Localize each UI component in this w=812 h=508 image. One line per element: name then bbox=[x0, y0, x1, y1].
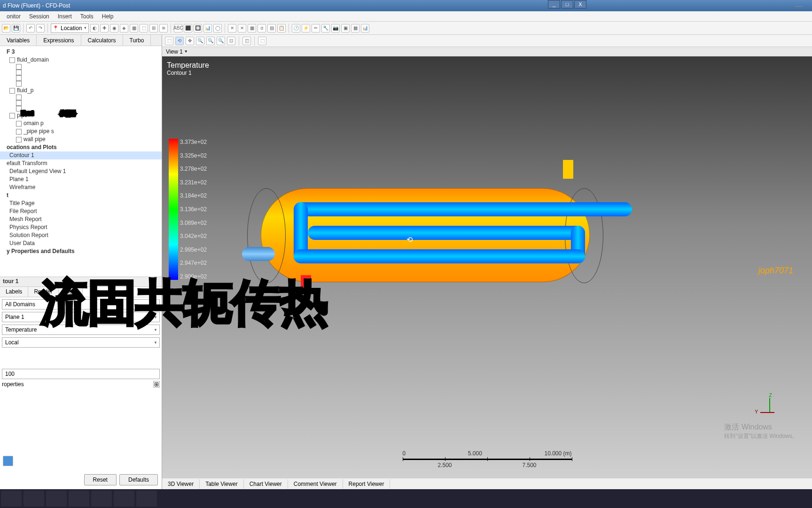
taskbar-item[interactable] bbox=[69, 491, 89, 507]
tool-icon[interactable]: 📋 bbox=[277, 24, 286, 32]
tool-icon[interactable]: ≋ bbox=[159, 24, 168, 32]
tool-icon[interactable]: 🔲 bbox=[194, 24, 202, 32]
contours-field[interactable]: 100 bbox=[2, 369, 160, 379]
view-label[interactable]: View 1 bbox=[162, 47, 812, 56]
windows-activation: 激活 Windows 转到"设置"以激活 Windows。 bbox=[724, 422, 798, 440]
tool-icon[interactable]: ⚡ bbox=[302, 24, 310, 32]
tree-item[interactable] bbox=[0, 64, 162, 70]
tool-icon[interactable]: 📷 bbox=[331, 24, 340, 32]
taskbar-item[interactable] bbox=[46, 491, 67, 507]
tree-default-legend[interactable]: Default Legend View 1 bbox=[0, 167, 162, 175]
tab-table-viewer[interactable]: Table Viewer bbox=[200, 479, 243, 489]
reset-button[interactable]: Reset bbox=[84, 474, 117, 485]
defaults-button[interactable]: Defaults bbox=[119, 474, 158, 485]
outer-minimize-icon[interactable]: — bbox=[795, 2, 803, 10]
undo-icon[interactable]: ↶ bbox=[26, 24, 35, 32]
tab-report-viewer[interactable]: Report Viewer bbox=[343, 479, 390, 489]
tree-mesh-report[interactable]: Mesh Report bbox=[0, 215, 162, 223]
taskbar-item[interactable] bbox=[114, 491, 134, 507]
view-icon[interactable]: ◫ bbox=[242, 37, 251, 45]
tool-icon[interactable]: ◈ bbox=[120, 24, 128, 32]
tool-icon[interactable]: ◉ bbox=[110, 24, 118, 32]
fit-icon[interactable]: ⊡ bbox=[227, 37, 235, 45]
taskbar-item[interactable] bbox=[23, 491, 44, 507]
tab-comment-viewer[interactable]: Comment Viewer bbox=[288, 479, 343, 489]
tree-default-transform[interactable]: efault Transform bbox=[0, 159, 162, 167]
apply-icon[interactable] bbox=[3, 456, 13, 466]
menu-monitor[interactable]: onitor bbox=[3, 12, 24, 21]
color-bar bbox=[169, 139, 178, 280]
tree-solution-report[interactable]: Solution Report bbox=[0, 231, 162, 239]
range-dropdown[interactable]: Local bbox=[2, 337, 160, 348]
rotate-icon[interactable]: ⟲ bbox=[175, 37, 184, 45]
tool-icon[interactable]: ▦ bbox=[351, 24, 359, 32]
tool-icon[interactable]: ▤ bbox=[267, 24, 276, 32]
menu-tools[interactable]: Tools bbox=[77, 12, 97, 21]
legend-subtitle: Contour 1 bbox=[167, 70, 209, 76]
tree-properties-defaults[interactable]: y Properties and Defaults bbox=[0, 247, 162, 255]
tree-title-page[interactable]: Title Page bbox=[0, 199, 162, 207]
tool-icon[interactable]: ✚ bbox=[100, 24, 109, 32]
tab-3d-viewer[interactable]: 3D Viewer bbox=[162, 479, 200, 489]
tree-wireframe[interactable]: Wireframe bbox=[0, 183, 162, 191]
select-icon[interactable]: ⬚ bbox=[165, 37, 173, 45]
legend: Temperature Contour 1 bbox=[167, 61, 209, 76]
taskbar-item[interactable] bbox=[136, 491, 157, 507]
tool-icon[interactable]: ⬛ bbox=[184, 24, 192, 32]
open-icon[interactable]: 📂 bbox=[2, 24, 10, 32]
close-button[interactable]: X bbox=[574, 0, 586, 8]
tool-icon[interactable]: ▣ bbox=[341, 24, 350, 32]
window-titlebar: d Flow (Fluent) - CFD-Post _ □ X — bbox=[0, 0, 812, 11]
menu-help[interactable]: Help bbox=[98, 12, 117, 21]
tool-icon[interactable]: α bbox=[258, 24, 266, 32]
tree-user-data[interactable]: User Data bbox=[0, 239, 162, 247]
zoom-icon[interactable]: 🔍 bbox=[196, 37, 204, 45]
tool-icon[interactable]: ◯ bbox=[213, 24, 222, 32]
tree-wall-pipe[interactable]: wall pipe bbox=[0, 135, 162, 143]
tab-variables[interactable]: Variables bbox=[0, 35, 37, 46]
redo-icon[interactable]: ↷ bbox=[36, 24, 45, 32]
tab-expressions[interactable]: Expressions bbox=[37, 35, 81, 46]
tab-labels[interactable]: Labels bbox=[0, 287, 28, 297]
tool-icon[interactable]: 📊 bbox=[203, 24, 212, 32]
taskbar-item[interactable] bbox=[1, 491, 22, 507]
3d-canvas[interactable]: Temperature Contour 1 3.373e+023.325e+02… bbox=[162, 56, 812, 478]
tree-root[interactable]: F 3 bbox=[0, 48, 162, 56]
menu-session[interactable]: Session bbox=[25, 12, 53, 21]
tool-icon[interactable]: 📊 bbox=[361, 24, 369, 32]
tree-locations-plots[interactable]: ocations and Plots bbox=[0, 143, 162, 151]
tree-contour1[interactable]: Contour 1 bbox=[0, 151, 162, 159]
menu-insert[interactable]: Insert bbox=[54, 12, 76, 21]
tree-fluid-domain[interactable]: fluid_domain bbox=[0, 56, 162, 64]
windows-taskbar[interactable] bbox=[0, 489, 812, 508]
tab-turbo[interactable]: Turbo bbox=[123, 35, 151, 46]
tool-icon[interactable]: ⬚ bbox=[140, 24, 148, 32]
tool-icon[interactable]: ◐ bbox=[90, 24, 99, 32]
maximize-button[interactable]: □ bbox=[561, 0, 573, 8]
zoom-icon[interactable]: 🔍 bbox=[206, 37, 215, 45]
taskbar-item[interactable] bbox=[91, 491, 112, 507]
tree-plane1[interactable]: Plane 1 bbox=[0, 175, 162, 183]
zoom-icon[interactable]: 🔍 bbox=[217, 37, 225, 45]
tree-t[interactable]: t bbox=[0, 191, 162, 199]
tool-icon[interactable]: ✕ bbox=[238, 24, 246, 32]
save-icon[interactable]: 💾 bbox=[12, 24, 20, 32]
tool-icon[interactable]: ✏ bbox=[312, 24, 320, 32]
tab-chart-viewer[interactable]: Chart Viewer bbox=[244, 479, 288, 489]
clock-icon[interactable]: 🕐 bbox=[292, 24, 300, 32]
tool-icon[interactable]: ABC bbox=[174, 24, 182, 32]
tree-file-report[interactable]: File Report bbox=[0, 207, 162, 215]
view-icon[interactable]: ⬚ bbox=[258, 37, 266, 45]
tree-item[interactable]: _pipe pipe s bbox=[0, 127, 162, 135]
tool-icon[interactable]: 🔧 bbox=[321, 24, 330, 32]
tool-icon[interactable]: ▦ bbox=[130, 24, 138, 32]
tool-icon[interactable]: ▦ bbox=[248, 24, 256, 32]
location-dropdown[interactable]: Location bbox=[51, 24, 89, 33]
pan-icon[interactable]: ✥ bbox=[186, 37, 194, 45]
tree-physics-report[interactable]: Physics Report bbox=[0, 223, 162, 231]
expand-icon[interactable]: ⊞ bbox=[153, 381, 160, 388]
minimize-button[interactable]: _ bbox=[548, 0, 560, 8]
tool-icon[interactable]: ✕ bbox=[228, 24, 236, 32]
tab-calculators[interactable]: Calculators bbox=[81, 35, 123, 46]
tool-icon[interactable]: ⊞ bbox=[149, 24, 158, 32]
